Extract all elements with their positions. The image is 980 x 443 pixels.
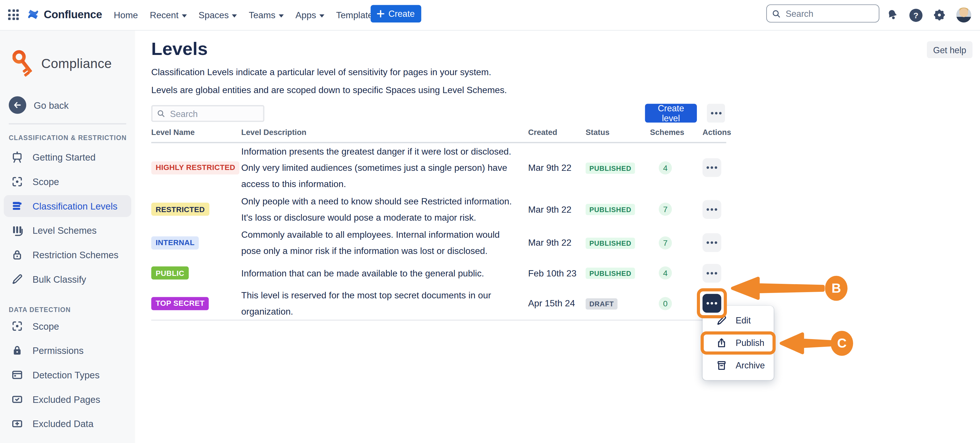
table-row: HIGHLY RESTRICTED Information presents t… bbox=[151, 143, 727, 192]
row-actions-button[interactable] bbox=[703, 200, 721, 219]
settings-gear-icon[interactable] bbox=[932, 8, 946, 22]
row-actions-button[interactable] bbox=[703, 264, 721, 282]
level-description: Information that can be made available t… bbox=[241, 265, 528, 281]
more-horizontal-icon bbox=[711, 166, 713, 169]
get-help-button[interactable]: Get help bbox=[927, 41, 972, 58]
compliance-brand: Compliance bbox=[13, 48, 112, 80]
section-classification-restriction: CLASSIFICATION & RESTRICTION bbox=[9, 134, 127, 141]
notifications-bell-icon[interactable] bbox=[886, 8, 899, 22]
sidebar-item-scope-detection[interactable]: Scope bbox=[4, 315, 131, 337]
app-switcher-icon[interactable] bbox=[8, 10, 20, 21]
sidebar-item-bulk-classify[interactable]: Bulk Classify bbox=[4, 268, 131, 290]
col-status: Status bbox=[585, 128, 650, 137]
col-schemes: Schemes bbox=[650, 128, 703, 137]
table-header-row: Level Name Level Description Created Sta… bbox=[151, 128, 727, 143]
chevron-down-icon bbox=[319, 14, 325, 17]
archive-box-icon bbox=[716, 359, 728, 371]
more-horizontal-icon bbox=[715, 112, 718, 115]
sidebar-item-excluded-data[interactable]: Excluded Data bbox=[4, 413, 131, 435]
create-level-button[interactable]: Create level bbox=[645, 104, 697, 123]
chevron-down-icon bbox=[278, 14, 284, 17]
go-back-button[interactable]: Go back bbox=[9, 96, 69, 114]
level-name-badge: TOP SECRET bbox=[151, 296, 209, 310]
create-button[interactable]: Create bbox=[371, 5, 421, 23]
menu-item-archive[interactable]: Archive bbox=[703, 354, 774, 376]
nav-home[interactable]: Home bbox=[112, 7, 139, 22]
pencil-icon bbox=[11, 273, 24, 286]
table-overflow-menu-button[interactable] bbox=[707, 104, 725, 123]
lock-filled-icon bbox=[11, 344, 24, 357]
easel-icon bbox=[11, 151, 24, 164]
more-horizontal-icon bbox=[711, 241, 713, 244]
product-name: Confluence bbox=[44, 8, 102, 21]
annotation-badge-b: B bbox=[825, 276, 847, 301]
levels-table: Level Name Level Description Created Sta… bbox=[151, 128, 727, 321]
levels-search-input[interactable] bbox=[169, 108, 259, 119]
nav-recent[interactable]: Recent bbox=[148, 7, 188, 22]
sidebar-item-excluded-pages[interactable]: Excluded Pages bbox=[4, 388, 131, 410]
col-actions: Actions bbox=[703, 128, 726, 137]
row-actions-button[interactable] bbox=[703, 158, 721, 177]
sidebar-item-scope[interactable]: Scope bbox=[4, 171, 131, 193]
col-level-description: Level Description bbox=[241, 128, 528, 137]
topbar-actions: ? bbox=[886, 0, 971, 30]
checkbox-rect-icon bbox=[11, 393, 24, 406]
key-logo-icon bbox=[13, 48, 36, 80]
table-row: INTERNAL Commonly available to all emplo… bbox=[151, 226, 727, 259]
sidebar-item-detection-types[interactable]: Detection Types bbox=[4, 364, 131, 386]
sidebar-item-getting-started[interactable]: Getting Started bbox=[4, 147, 131, 168]
level-name-badge: RESTRICTED bbox=[151, 203, 210, 216]
annotation-highlight-ring-b bbox=[697, 288, 727, 318]
sidebar-item-permissions[interactable]: Permissions bbox=[4, 339, 131, 362]
sidebar-item-restriction-schemes[interactable]: Restriction Schemes bbox=[4, 244, 131, 266]
sidebar-item-classification-levels[interactable]: Classification Levels bbox=[4, 195, 131, 217]
confluence-mark-icon bbox=[26, 7, 40, 21]
annotation-badge-c: C bbox=[830, 331, 853, 356]
status-badge: DRAFT bbox=[585, 298, 618, 309]
level-description: Commonly available to all employees. Int… bbox=[241, 226, 528, 259]
sidebar-divider bbox=[9, 123, 126, 124]
created-date: Feb 10th 23 bbox=[528, 268, 585, 278]
menu-item-publish[interactable]: Publish bbox=[703, 331, 774, 354]
chevron-down-icon bbox=[232, 14, 237, 17]
primary-nav: Home Recent Spaces Teams Apps Templates bbox=[112, 0, 379, 30]
table-row: PUBLIC Information that can be made avai… bbox=[151, 259, 727, 287]
status-badge: PUBLISHED bbox=[585, 162, 635, 174]
sidebar-item-level-schemes[interactable]: Level Schemes bbox=[4, 220, 131, 241]
help-icon[interactable]: ? bbox=[910, 8, 923, 22]
search-icon bbox=[157, 109, 165, 118]
compliance-sidebar: Compliance Go back CLASSIFICATION & REST… bbox=[0, 30, 135, 443]
level-description: This level is reserved for the most top … bbox=[241, 287, 528, 319]
schemes-count: 0 bbox=[659, 296, 672, 310]
table-row: TOP SECRET This level is reserved for th… bbox=[151, 287, 727, 321]
status-badge: PUBLISHED bbox=[585, 268, 635, 279]
row-actions-button[interactable] bbox=[703, 233, 721, 252]
user-avatar[interactable] bbox=[956, 7, 972, 22]
main-content: Levels Get help Classification Levels in… bbox=[135, 30, 980, 443]
go-back-label: Go back bbox=[34, 100, 69, 110]
status-badge: PUBLISHED bbox=[585, 204, 635, 215]
created-date: Mar 9th 22 bbox=[528, 238, 585, 248]
more-horizontal-icon bbox=[711, 272, 713, 274]
level-description: Only people with a need to know should s… bbox=[241, 193, 528, 225]
nav-apps[interactable]: Apps bbox=[294, 7, 326, 22]
top-navigation-bar: Confluence Home Recent Spaces Teams Apps… bbox=[0, 0, 980, 31]
more-horizontal-icon bbox=[711, 208, 713, 210]
global-search-input[interactable] bbox=[784, 8, 874, 19]
global-search[interactable] bbox=[766, 4, 880, 22]
sidebar-nav-group-2: Scope Permissions bbox=[4, 315, 131, 437]
more-horizontal-icon bbox=[711, 302, 713, 304]
schemes-count: 7 bbox=[659, 236, 672, 249]
nav-spaces[interactable]: Spaces bbox=[197, 7, 238, 22]
plus-icon bbox=[377, 10, 385, 18]
level-name-badge: INTERNAL bbox=[151, 236, 199, 249]
plus-box-icon bbox=[11, 417, 24, 430]
row-actions-button-active[interactable] bbox=[703, 294, 721, 312]
level-name-badge: HIGHLY RESTRICTED bbox=[151, 161, 240, 174]
nav-teams[interactable]: Teams bbox=[248, 7, 285, 22]
page-description-2: Levels are global entities and are scope… bbox=[151, 85, 507, 95]
schemes-count: 7 bbox=[659, 203, 672, 216]
confluence-logo[interactable]: Confluence bbox=[26, 7, 102, 21]
status-badge: PUBLISHED bbox=[585, 237, 635, 249]
levels-search[interactable] bbox=[151, 105, 265, 122]
